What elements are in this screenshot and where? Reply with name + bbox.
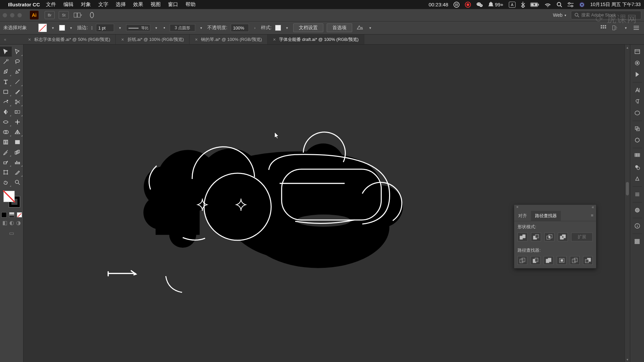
change-screen-mode[interactable]: ▭	[9, 230, 14, 236]
menu-object[interactable]: 对象	[81, 1, 91, 8]
fill-dropdown-icon[interactable]: ▾	[50, 26, 56, 30]
scroll-up-icon[interactable]: ▴	[625, 45, 630, 50]
gpu-preview-icon[interactable]	[87, 11, 97, 19]
minus-front-button[interactable]	[531, 233, 541, 241]
menu-file[interactable]: 文件	[46, 1, 56, 8]
tab-align[interactable]: 对齐	[514, 211, 531, 221]
pen-tool[interactable]	[0, 67, 12, 77]
merge-button[interactable]	[544, 256, 553, 265]
unite-button[interactable]	[518, 233, 528, 241]
expand-button[interactable]: 扩展	[571, 233, 593, 241]
slice-tool[interactable]	[12, 167, 23, 177]
control-center-icon[interactable]	[568, 2, 574, 7]
panel-close-icon[interactable]: ×	[516, 205, 519, 211]
canvas[interactable]: ×« 对齐 路径查找器 ≡ 形状模式: 扩展 路径查找器:	[23, 45, 630, 362]
swatches-panel-icon[interactable]	[632, 151, 642, 161]
input-source-icon[interactable]: A	[509, 2, 516, 8]
reflect-tool[interactable]	[12, 107, 23, 117]
close-tab-icon[interactable]: ×	[121, 37, 124, 42]
graphic-style-swatch[interactable]	[275, 25, 281, 31]
properties-panel-icon[interactable]	[632, 47, 642, 57]
preferences-button[interactable]: 首选项	[327, 23, 352, 32]
crop-button[interactable]	[557, 256, 567, 265]
mesh-tool[interactable]	[0, 137, 12, 147]
close-tab-icon[interactable]: ×	[195, 37, 198, 42]
wechat-icon[interactable]	[476, 2, 483, 8]
clock-datetime[interactable]: 10月15日 周五 下午7:33	[590, 2, 641, 8]
gradient-tool[interactable]	[12, 137, 23, 147]
rotate-tool[interactable]	[0, 107, 12, 117]
outline-button[interactable]	[570, 256, 580, 265]
scroll-down-icon[interactable]: ▾	[625, 357, 630, 362]
draw-behind-icon[interactable]: ◑	[16, 220, 21, 226]
libraries-panel-icon[interactable]	[632, 69, 642, 79]
color-mode-row[interactable]	[0, 212, 23, 218]
stroke-weight-field[interactable]: 1 pt	[96, 24, 114, 32]
zoom-tool[interactable]	[12, 177, 23, 187]
menu-effect[interactable]: 效果	[133, 1, 143, 8]
column-graph-tool[interactable]	[12, 157, 23, 167]
vertical-scrollbar[interactable]: ▴ ▾	[625, 45, 630, 362]
trim-button[interactable]	[531, 256, 540, 265]
menu-edit[interactable]: 编辑	[63, 1, 73, 8]
fill-stroke-control[interactable]	[0, 187, 23, 211]
screen-mode-icon[interactable]: ◧	[2, 220, 7, 226]
notification-icon[interactable]: 99+	[488, 2, 503, 7]
hand-tool[interactable]	[0, 177, 12, 187]
symbol-sprayer-tool[interactable]	[0, 157, 12, 167]
brush-profile-dropdown[interactable]: 3 点圆形	[170, 24, 195, 32]
battery-icon[interactable]	[530, 2, 539, 7]
transform-panel-icon[interactable]	[632, 124, 642, 134]
lasso-tool[interactable]	[12, 57, 23, 67]
character-panel-icon[interactable]	[632, 85, 642, 95]
record-pause-icon[interactable]	[453, 2, 460, 8]
workspace-switcher[interactable]: Web▾	[553, 12, 566, 18]
opacity-field[interactable]: 100%	[231, 24, 249, 32]
menu-select[interactable]: 选择	[116, 1, 126, 8]
panel-menu-icon[interactable]	[632, 23, 641, 32]
scissors-tool[interactable]	[12, 97, 23, 107]
magic-wand-tool[interactable]	[0, 57, 12, 67]
info-panel-icon[interactable]	[632, 221, 642, 231]
app-name[interactable]: Illustrator CC	[8, 2, 40, 7]
shaper-tool[interactable]	[0, 97, 12, 107]
artboard-tool[interactable]	[0, 167, 12, 177]
siri-icon[interactable]	[579, 2, 585, 8]
brushes-panel-icon[interactable]	[632, 162, 642, 172]
exclude-button[interactable]	[558, 233, 568, 241]
menu-help[interactable]: 帮助	[185, 1, 196, 8]
perspective-tool[interactable]	[12, 127, 23, 137]
record-dot-icon[interactable]	[465, 2, 471, 8]
arrange-docs-icon[interactable]: ▾	[73, 11, 83, 19]
menu-type[interactable]: 文字	[98, 1, 108, 8]
curvature-tool[interactable]	[12, 67, 23, 77]
align-to-icon[interactable]	[356, 23, 364, 32]
blend-tool[interactable]	[12, 147, 23, 157]
doc-tab-3[interactable]: ×字体全能番 draft.ai* @ 100% (RGB/预览)	[268, 35, 364, 44]
selection-tool[interactable]	[0, 47, 12, 57]
panel-collapse-icon[interactable]: «	[592, 205, 594, 211]
scroll-thumb[interactable]	[626, 182, 629, 195]
doc-tab-1[interactable]: ×折纸.ai* @ 100% (RGB/预览)	[116, 35, 190, 44]
stroke-swatch[interactable]	[59, 25, 65, 31]
search-stock-input[interactable]: 搜索 Adobe Stock	[571, 11, 641, 19]
fill-swatch[interactable]	[38, 23, 47, 32]
paintbrush-tool[interactable]	[12, 87, 23, 97]
width-tool[interactable]	[0, 117, 12, 127]
spotlight-icon[interactable]	[556, 2, 562, 7]
bridge-icon[interactable]: Br	[45, 11, 55, 19]
pathfinder-panel[interactable]: ×« 对齐 路径查找器 ≡ 形状模式: 扩展 路径查找器:	[514, 204, 596, 268]
appearance-panel-icon[interactable]	[632, 135, 642, 145]
rectangle-tool[interactable]	[0, 87, 12, 97]
essentials-grid-icon[interactable]	[599, 23, 608, 32]
symbols-panel-icon[interactable]	[632, 174, 642, 184]
stroke-dropdown-icon[interactable]: ▾	[68, 26, 74, 30]
close-tab-icon[interactable]: ×	[273, 37, 276, 42]
color-panel-icon[interactable]	[632, 58, 642, 68]
document-setup-button[interactable]: 文档设置	[293, 23, 323, 32]
eyedropper-tool[interactable]	[0, 147, 12, 157]
gradient-panel-icon[interactable]	[632, 205, 642, 215]
direct-selection-tool[interactable]	[12, 47, 23, 57]
draw-mode-icon[interactable]: ◐	[9, 220, 14, 226]
minus-back-button[interactable]	[583, 256, 593, 265]
